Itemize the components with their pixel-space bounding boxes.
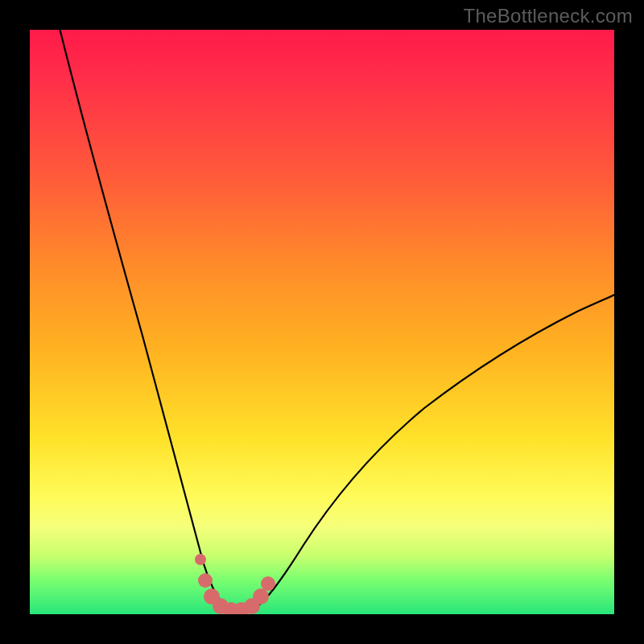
chart-svg xyxy=(30,30,614,614)
svg-point-7 xyxy=(253,588,269,605)
bottleneck-curve xyxy=(59,30,614,613)
minimum-highlight xyxy=(195,554,275,614)
svg-point-8 xyxy=(261,576,275,591)
chart-frame: TheBottleneck.com xyxy=(0,0,644,644)
chart-plot-area xyxy=(30,30,614,614)
watermark-text: TheBottleneck.com xyxy=(463,5,633,27)
svg-point-0 xyxy=(195,554,206,565)
svg-point-1 xyxy=(198,573,213,588)
